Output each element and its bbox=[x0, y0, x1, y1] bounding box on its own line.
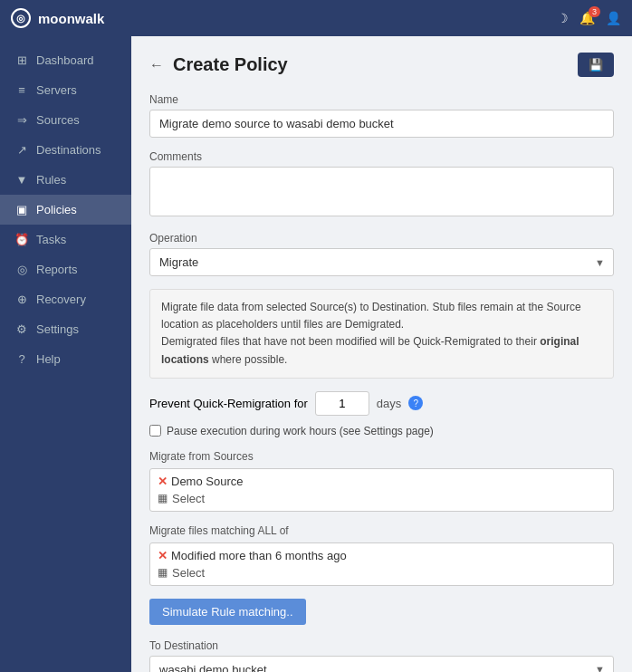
pause-label: Pause execution during work hours (see S… bbox=[167, 425, 434, 437]
rules-group: Migrate files matching ALL of ✕ Modified… bbox=[149, 524, 614, 586]
theme-icon[interactable]: ☽ bbox=[557, 11, 569, 25]
help-tooltip-icon[interactable]: ? bbox=[408, 396, 423, 410]
rules-select-label: Select bbox=[172, 566, 205, 580]
sidebar-item-label: Policies bbox=[36, 203, 77, 216]
sidebar-item-label: Servers bbox=[36, 83, 77, 97]
sidebar-item-dashboard[interactable]: ⊞ Dashboard bbox=[0, 45, 131, 75]
sidebar-item-label: Rules bbox=[36, 173, 66, 187]
page-header: ← Create Policy 💾 bbox=[149, 53, 614, 77]
operation-select[interactable]: Migrate Archive Replicate bbox=[149, 248, 614, 276]
pause-checkbox[interactable] bbox=[149, 425, 161, 437]
destinations-icon: ↗ bbox=[14, 143, 29, 157]
dest-select[interactable]: wasabi demo bucket Other Destination bbox=[149, 656, 614, 672]
brand-icon: ◎ bbox=[11, 8, 31, 28]
sidebar-item-recovery[interactable]: ⊕ Recovery bbox=[0, 284, 131, 314]
rules-icon: ▼ bbox=[14, 173, 29, 187]
notif-badge: 3 bbox=[589, 6, 600, 17]
operation-select-wrapper: Migrate Archive Replicate ▼ bbox=[149, 248, 614, 276]
sidebar-item-destinations[interactable]: ↗ Destinations bbox=[0, 135, 131, 165]
dest-label: To Destination bbox=[149, 639, 614, 652]
sidebar-item-servers[interactable]: ≡ Servers bbox=[0, 75, 131, 105]
dashboard-icon: ⊞ bbox=[14, 53, 29, 67]
page-title: Create Policy bbox=[173, 54, 288, 75]
sidebar-item-settings[interactable]: ⚙ Settings bbox=[0, 314, 131, 344]
policies-icon: ▣ bbox=[14, 203, 29, 216]
rule-remove-icon[interactable]: ✕ bbox=[158, 549, 168, 562]
sources-select-btn[interactable]: ▦ Select bbox=[158, 492, 606, 505]
reports-icon: ◎ bbox=[14, 263, 29, 276]
sidebar-item-reports[interactable]: ◎ Reports bbox=[0, 254, 131, 284]
rules-container: ✕ Modified more than 6 months ago ▦ Sele… bbox=[149, 542, 614, 586]
sidebar-item-label: Destinations bbox=[36, 143, 101, 157]
prevent-remigration-row: Prevent Quick-Remigration for days ? bbox=[149, 391, 614, 416]
rule-tag-label: Modified more than 6 months ago bbox=[171, 549, 347, 562]
source-tag: ✕ Demo Source bbox=[158, 475, 243, 488]
rules-select-btn[interactable]: ▦ Select bbox=[158, 566, 606, 580]
recovery-icon: ⊕ bbox=[14, 293, 29, 306]
operation-info-box: Migrate file data from selected Source(s… bbox=[149, 289, 614, 379]
sidebar-item-label: Tasks bbox=[36, 233, 66, 246]
rules-select-icon: ▦ bbox=[158, 566, 168, 579]
sidebar-item-help[interactable]: ? Help bbox=[0, 344, 131, 374]
sources-select-label: Select bbox=[172, 492, 205, 505]
sources-container: ✕ Demo Source ▦ Select bbox=[149, 468, 614, 512]
rules-label: Migrate files matching ALL of bbox=[149, 524, 614, 537]
sidebar-item-label: Settings bbox=[36, 322, 79, 336]
sidebar-item-label: Dashboard bbox=[36, 53, 94, 67]
comments-label: Comments bbox=[149, 150, 614, 163]
name-label: Name bbox=[149, 93, 614, 106]
sources-select-icon: ▦ bbox=[158, 492, 168, 504]
user-icon[interactable]: 👤 bbox=[606, 11, 621, 25]
sidebar-item-label: Sources bbox=[36, 113, 80, 127]
brand: ◎ moonwalk bbox=[11, 8, 104, 28]
page-header-left: ← Create Policy bbox=[149, 54, 288, 75]
navbar-right: ☽ 🔔 3 👤 bbox=[557, 11, 621, 25]
dest-select-wrapper: wasabi demo bucket Other Destination ▼ bbox=[149, 656, 614, 672]
operation-group: Operation Migrate Archive Replicate ▼ bbox=[149, 232, 614, 276]
comments-group: Comments bbox=[149, 150, 614, 219]
sidebar-item-label: Help bbox=[36, 352, 61, 366]
sidebar-item-rules[interactable]: ▼ Rules bbox=[0, 165, 131, 195]
back-button[interactable]: ← bbox=[149, 57, 164, 73]
sidebar: ⊞ Dashboard ≡ Servers ⇒ Sources ↗ Destin… bbox=[0, 36, 131, 672]
settings-icon: ⚙ bbox=[14, 322, 29, 336]
pause-checkbox-row: Pause execution during work hours (see S… bbox=[149, 425, 614, 437]
servers-icon: ≡ bbox=[14, 83, 29, 97]
sidebar-item-policies[interactable]: ▣ Policies bbox=[0, 195, 131, 225]
rule-tag: ✕ Modified more than 6 months ago bbox=[158, 549, 347, 562]
main-content: ← Create Policy 💾 Name Comments Operatio… bbox=[131, 36, 632, 672]
days-label: days bbox=[377, 397, 401, 410]
help-icon: ? bbox=[14, 352, 29, 366]
sources-icon: ⇒ bbox=[14, 113, 29, 127]
layout: ⊞ Dashboard ≡ Servers ⇒ Sources ↗ Destin… bbox=[0, 36, 632, 672]
sidebar-item-label: Reports bbox=[36, 263, 78, 276]
tasks-icon: ⏰ bbox=[14, 233, 29, 246]
source-tag-label: Demo Source bbox=[171, 475, 243, 488]
sidebar-item-tasks[interactable]: ⏰ Tasks bbox=[0, 225, 131, 254]
comments-input[interactable] bbox=[149, 167, 614, 216]
notifications-icon[interactable]: 🔔 3 bbox=[579, 11, 595, 25]
name-group: Name bbox=[149, 93, 614, 138]
destination-group: To Destination wasabi demo bucket Other … bbox=[149, 639, 614, 672]
info-text-line2: Demigrated files that have not been modi… bbox=[161, 335, 579, 365]
simulate-button[interactable]: Simulate Rule matching.. bbox=[149, 599, 306, 625]
navbar: ◎ moonwalk ☽ 🔔 3 👤 bbox=[0, 0, 632, 36]
prevent-label: Prevent Quick-Remigration for bbox=[149, 397, 308, 410]
info-text-line1: Migrate file data from selected Source(s… bbox=[161, 301, 581, 331]
brand-name: moonwalk bbox=[38, 11, 104, 26]
prevent-input[interactable] bbox=[315, 391, 369, 416]
sidebar-item-sources[interactable]: ⇒ Sources bbox=[0, 105, 131, 135]
source-remove-icon[interactable]: ✕ bbox=[158, 475, 168, 488]
save-button[interactable]: 💾 bbox=[578, 53, 614, 77]
sources-group: Migrate from Sources ✕ Demo Source ▦ Sel… bbox=[149, 450, 614, 512]
name-input[interactable] bbox=[149, 110, 614, 138]
sources-label: Migrate from Sources bbox=[149, 450, 614, 463]
sidebar-item-label: Recovery bbox=[36, 293, 86, 306]
operation-label: Operation bbox=[149, 232, 614, 245]
